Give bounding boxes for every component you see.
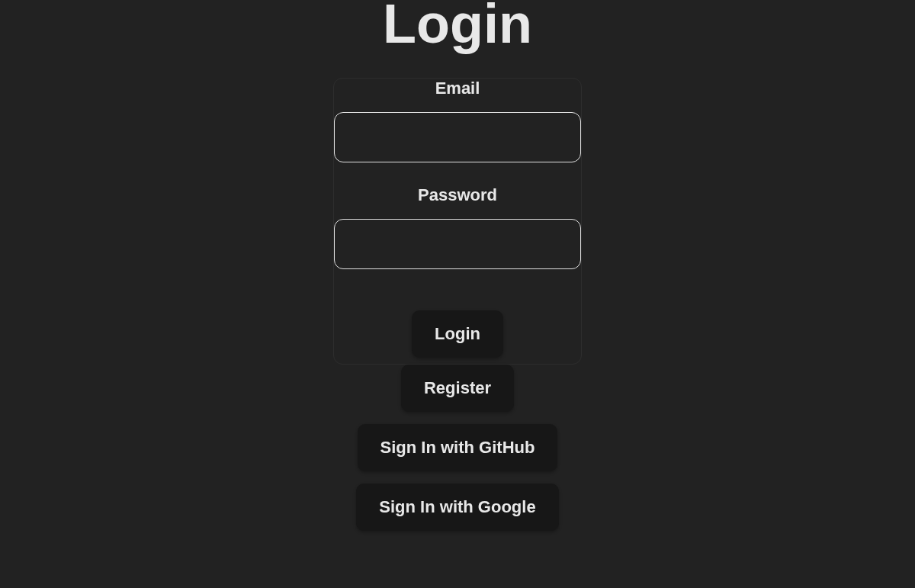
google-signin-button[interactable]: Sign In with Google [356, 484, 558, 531]
email-input[interactable] [334, 112, 581, 162]
github-signin-button[interactable]: Sign In with GitHub [358, 424, 558, 471]
login-button[interactable]: Login [412, 310, 503, 358]
password-input[interactable] [334, 219, 581, 269]
email-label: Email [435, 79, 480, 98]
login-form: Email Password Login Register Sign In wi… [333, 78, 582, 543]
login-card: Email Password Login [333, 78, 582, 365]
page-title: Login [383, 0, 532, 55]
password-label: Password [418, 185, 497, 205]
email-field-group: Email [334, 79, 581, 162]
actions-group: Register Sign In with GitHub Sign In wit… [356, 365, 558, 543]
register-button[interactable]: Register [401, 365, 514, 412]
password-field-group: Password [334, 185, 581, 269]
